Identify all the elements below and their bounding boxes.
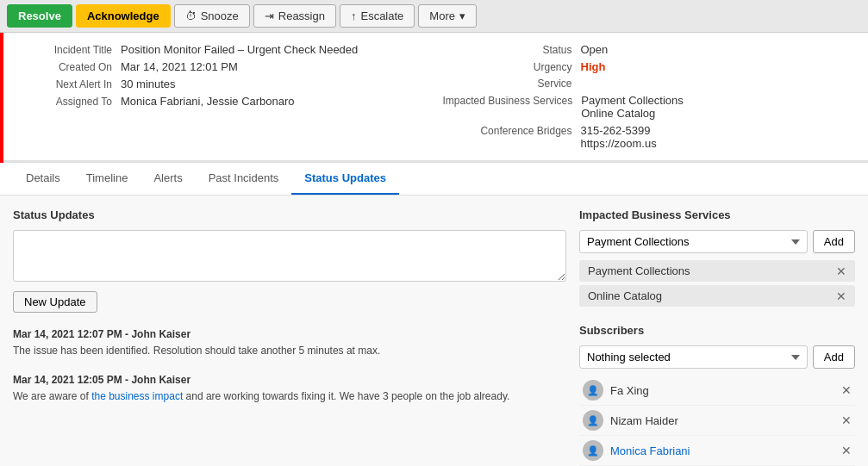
conference-phone[interactable]: 315-262-5399 [581,124,651,137]
impacted-tag-remove-1[interactable]: ✕ [836,265,846,277]
snooze-button[interactable]: ⏱ Snooze [174,4,250,28]
conference-zoom[interactable]: https://zoom.us [581,137,657,150]
tab-alerts[interactable]: Alerts [141,163,195,195]
chevron-down-icon: ▾ [459,9,465,22]
status-updates-panel: Status Updates New Update Mar 14, 2021 1… [13,208,579,466]
urgency-label: Urgency [443,61,581,73]
escalate-icon: ↑ [351,9,357,22]
subscriber-remove-fa-xing[interactable]: ✕ [841,383,852,397]
subscriber-name-nizam: Nizam Haider [610,414,678,427]
update-text-1: The issue has been identified. Resolutio… [13,343,566,358]
status-updates-title: Status Updates [13,208,566,221]
tab-timeline[interactable]: Timeline [73,163,141,195]
main-content: Status Updates New Update Mar 14, 2021 1… [0,196,868,466]
impacted-services-title: Impacted Business Services [579,208,855,221]
incident-title-row: Incident Title Position Monitor Failed –… [17,43,426,56]
status-update-input[interactable] [13,230,566,282]
subscriber-remove-monica[interactable]: ✕ [841,444,852,457]
subscriber-remove-nizam[interactable]: ✕ [841,413,852,427]
subscribers-section: Subscribers Nothing selected Add 👤 Fa Xi… [579,324,855,466]
avatar-monica: 👤 [583,440,603,461]
next-alert-value: 30 minutes [121,78,176,90]
red-bar [0,33,3,163]
reassign-icon: ⇥ [265,9,274,22]
toolbar: Resolve Acknowledge ⏱ Snooze ⇥ Reassign … [0,0,868,33]
incident-info-panel: Incident Title Position Monitor Failed –… [0,33,868,163]
urgency-value: High [581,60,606,73]
update-text-2: We are aware of the business impact and … [13,388,566,404]
avatar-nizam: 👤 [583,410,603,431]
status-label: Status [443,44,581,56]
tab-past-incidents[interactable]: Past Incidents [196,163,292,195]
update-entry-1: Mar 14, 2021 12:07 PM - John Kaiser The … [13,328,566,358]
incident-title-value: Position Monitor Failed – Urgent Check N… [121,43,358,56]
assigned-to-row: Assigned To Monica Fabriani, Jessie Carb… [17,95,426,108]
tab-status-updates[interactable]: Status Updates [291,163,399,195]
resolve-button[interactable]: Resolve [7,4,72,28]
status-row: Status Open [443,43,852,56]
tabs-bar: Details Timeline Alerts Past Incidents S… [0,163,868,196]
new-update-button[interactable]: New Update [13,291,97,313]
right-panel: Impacted Business Services Payment Colle… [579,208,855,466]
reassign-button[interactable]: ⇥ Reassign [253,4,336,28]
subscriber-monica: 👤 Monica Fabriani ✕ [579,436,855,466]
subscribers-dropdown-row: Nothing selected Add [579,345,855,369]
conference-values: 315-262-5399 https://zoom.us [581,124,657,150]
incident-info-left: Incident Title Position Monitor Failed –… [17,43,426,150]
conference-row: Conference Bridges 315-262-5399 https://… [443,124,852,150]
impacted-link-1[interactable]: Payment Collections [581,94,684,107]
impacted-tag-2: Online Catalog ✕ [579,285,855,307]
impacted-row: Impacted Business Services Payment Colle… [443,94,852,120]
impacted-services-dropdown-row: Payment Collections Add [579,230,855,253]
impacted-values: Payment Collections Online Catalog [581,94,684,120]
update-entry-2: Mar 14, 2021 12:05 PM - John Kaiser We a… [13,374,566,404]
next-alert-label: Next Alert In [17,78,121,90]
more-button[interactable]: More ▾ [418,4,477,28]
impacted-link-2[interactable]: Online Catalog [581,107,655,120]
update-meta-1: Mar 14, 2021 12:07 PM - John Kaiser [13,328,566,340]
update-meta-2: Mar 14, 2021 12:05 PM - John Kaiser [13,374,566,386]
impacted-services-select[interactable]: Payment Collections [579,230,808,253]
next-alert-row: Next Alert In 30 minutes [17,78,426,90]
conference-label: Conference Bridges [443,125,581,137]
urgency-row: Urgency High [443,60,852,73]
created-on-value: Mar 14, 2021 12:01 PM [121,60,238,73]
incident-title-label: Incident Title [17,44,121,56]
subscribers-add-button[interactable]: Add [813,345,855,369]
assigned-to-label: Assigned To [17,96,121,108]
tab-details[interactable]: Details [13,163,73,195]
subscriber-nizam: 👤 Nizam Haider ✕ [579,406,855,436]
impacted-services-add-button[interactable]: Add [813,230,855,253]
avatar-fa-xing: 👤 [583,380,603,401]
impacted-label: Impacted Business Services [443,95,582,107]
escalate-button[interactable]: ↑ Escalate [340,4,415,28]
subscriber-name-monica[interactable]: Monica Fabriani [610,444,690,457]
acknowledge-button[interactable]: Acknowledge [76,4,171,28]
subscriber-name-fa-xing: Fa Xing [610,384,649,397]
assigned-to-value: Monica Fabriani, Jessie Carbonaro [121,95,295,108]
status-value: Open [581,43,609,56]
snooze-icon: ⏱ [185,9,197,22]
created-on-label: Created On [17,61,121,73]
subscriber-fa-xing: 👤 Fa Xing ✕ [579,376,855,406]
impacted-services-section: Impacted Business Services Payment Colle… [579,208,855,307]
service-row: Service [443,78,852,90]
subscribers-select[interactable]: Nothing selected [579,345,808,369]
subscribers-title: Subscribers [579,324,855,337]
service-label: Service [443,78,581,90]
impacted-tag-remove-2[interactable]: ✕ [836,290,846,302]
created-on-row: Created On Mar 14, 2021 12:01 PM [17,60,426,73]
impacted-tag-1: Payment Collections ✕ [579,260,855,282]
incident-info-right: Status Open Urgency High Service Impacte… [443,43,852,150]
